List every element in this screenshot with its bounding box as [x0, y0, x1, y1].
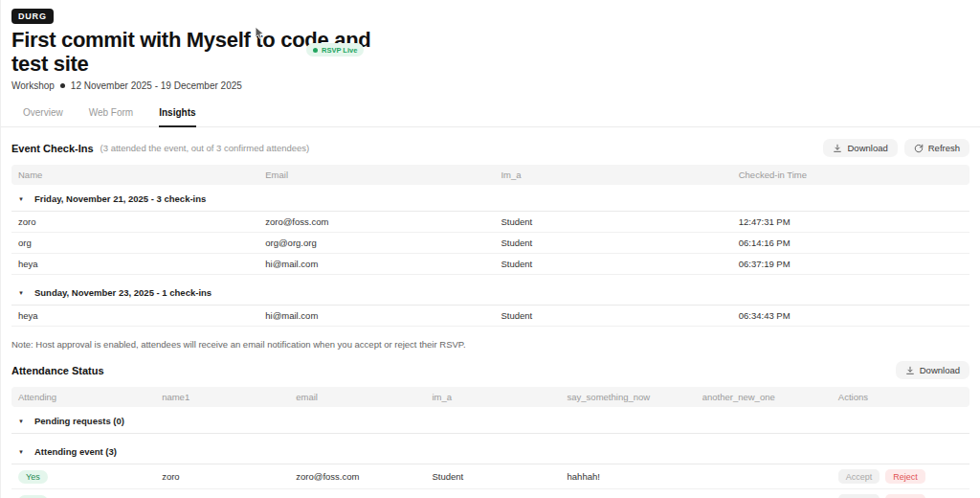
separator-dot-icon	[60, 83, 65, 88]
checkin-group: ▼Friday, November 21, 2025 - 3 check-ins…	[11, 188, 969, 275]
checkin-group: ▼Sunday, November 23, 2025 - 1 check-ins…	[11, 282, 969, 327]
event-date-range: 12 November 2025 - 19 December 2025	[71, 80, 242, 91]
email-cell: org@org.org	[258, 233, 494, 253]
checkins-refresh-button[interactable]: Refresh	[904, 139, 969, 157]
column-header-say-something-now: say_something_now	[561, 387, 696, 407]
column-header-attending: Attending	[11, 387, 155, 407]
tab-insights[interactable]: Insights	[159, 103, 195, 127]
download-icon	[833, 144, 842, 153]
attending-badge: Yes	[18, 470, 48, 484]
name-cell: org	[11, 233, 258, 253]
checkin-group-label: Sunday, November 23, 2025 - 1 check-ins	[34, 287, 212, 298]
tab-bar: Overview Web Form Insights	[1, 103, 980, 127]
name-cell: heya	[11, 306, 258, 326]
checkin-group-toggle[interactable]: ▼Sunday, November 23, 2025 - 1 check-ins	[11, 282, 969, 306]
im-a-cell: Student	[425, 466, 560, 487]
email-cell: zoro@foss.com	[258, 212, 494, 232]
accept-button[interactable]: Accept	[838, 469, 880, 484]
status-badge-label: RSVP Live	[322, 46, 357, 55]
attendance-group-label: Pending requests (0)	[34, 416, 124, 426]
checkin-row: heyahi@mail.comStudent06:37:19 PM	[11, 254, 969, 275]
email-cell: hi@mail.com	[258, 254, 494, 274]
email-cell: hi@mail.com	[258, 306, 494, 326]
checked-in-time-cell: 06:34:43 PM	[732, 306, 969, 326]
im-a-cell: Student	[425, 491, 560, 498]
event-meta: Workshop 12 November 2025 - 19 December …	[11, 80, 969, 91]
reject-button[interactable]: Reject	[885, 469, 925, 484]
download-icon	[905, 366, 915, 375]
tab-overview[interactable]: Overview	[23, 103, 63, 126]
attendance-actions: Download	[896, 361, 969, 379]
checkin-group-toggle[interactable]: ▼Friday, November 21, 2025 - 3 check-ins	[11, 188, 969, 212]
triangle-down-icon: ▼	[18, 290, 24, 296]
checkins-download-button[interactable]: Download	[823, 139, 897, 157]
accept-button[interactable]: Accept	[838, 494, 880, 498]
page: DURG First commit with Myself to code an…	[1, 0, 980, 498]
name-cell: zoro	[11, 212, 258, 232]
email-cell: zoro@foss.com	[289, 466, 425, 487]
name1-cell: heya	[155, 491, 289, 498]
reject-button[interactable]: Reject	[885, 494, 925, 498]
column-header-email: Email	[258, 165, 494, 185]
attendance-download-label: Download	[920, 365, 960, 375]
host-approval-note: Note: Host approval is enabled, attendee…	[11, 339, 969, 350]
page-title-line1: First commit with Myself to code and	[11, 28, 969, 52]
checkins-refresh-label: Refresh	[928, 143, 960, 153]
im-a-cell: Student	[494, 306, 731, 326]
name1-cell: zoro	[155, 466, 289, 487]
checkin-row: zorozoro@foss.comStudent12:47:31 PM	[11, 212, 969, 233]
checkins-subtitle: (3 attended the event, out of 3 confirme…	[100, 143, 310, 153]
attendance-section-header: Attendance Status Download	[11, 361, 969, 379]
checkins-download-label: Download	[847, 143, 887, 153]
im-a-cell: Student	[494, 233, 731, 253]
column-header-im-a: Im_a	[494, 165, 731, 185]
attendance-download-button[interactable]: Download	[896, 361, 969, 379]
attendance-group-toggle[interactable]: ▼Pending requests (0)	[11, 410, 969, 434]
checkins-section-header: Event Check-Ins (3 attended the event, o…	[11, 139, 969, 157]
triangle-down-icon: ▼	[18, 196, 24, 202]
name-cell: heya	[11, 254, 258, 274]
event-category: Workshop	[11, 80, 55, 91]
attendance-row: Yeszorozoro@foss.comStudenthahhah!Accept…	[11, 464, 969, 489]
actions-cell: AcceptReject	[832, 489, 969, 498]
column-header-im-a: im_a	[425, 387, 560, 407]
attendance-group: ▼Attending event (3)Yeszorozoro@foss.com…	[11, 441, 969, 498]
checkin-row: heyahi@mail.comStudent06:34:43 PM	[11, 306, 969, 327]
attendance-group-label: Attending event (3)	[34, 446, 117, 457]
checkin-row: orgorg@org.orgStudent06:14:16 PM	[11, 233, 969, 254]
triangle-down-icon: ▼	[18, 419, 24, 424]
email-cell: hi@mail.com	[289, 491, 425, 498]
checked-in-time-cell: 06:37:19 PM	[732, 254, 969, 274]
checked-in-time-cell: 06:14:16 PM	[732, 233, 969, 253]
refresh-icon	[914, 144, 924, 153]
column-header-another-new-one: another_new_one	[696, 387, 832, 407]
mouse-cursor-icon	[254, 26, 266, 44]
say-something-now-cell: hahhah!	[561, 466, 696, 487]
actions-cell: AcceptReject	[832, 464, 969, 488]
checkin-group-label: Friday, November 21, 2025 - 3 check-ins	[34, 193, 206, 204]
column-header-checked-in-time: Checked-in Time	[732, 165, 969, 185]
attendance-title: Attendance Status	[11, 365, 104, 376]
page-title: First commit with Myself to code and tes…	[11, 28, 969, 76]
live-dot-icon	[313, 48, 318, 53]
status-badge: RSVP Live	[306, 43, 364, 57]
checkins-actions: Download Refresh	[823, 139, 969, 157]
attending-badge: Yes	[18, 495, 48, 498]
attending-cell: Yes	[11, 465, 155, 488]
checkins-table-header: Name Email Im_a Checked-in Time	[11, 165, 969, 185]
attendance-row: Yesheyahi@mail.comStudentAcceptReject	[11, 489, 969, 498]
attendance-group: ▼Pending requests (0)	[11, 410, 969, 434]
attending-cell: Yes	[11, 490, 155, 498]
attendance-group-toggle[interactable]: ▼Attending event (3)	[11, 441, 969, 464]
attendance-table-body: ▼Pending requests (0)▼Attending event (3…	[11, 410, 969, 498]
brand-logo: DURG	[11, 9, 54, 24]
triangle-down-icon: ▼	[18, 449, 24, 455]
im-a-cell: Student	[494, 254, 731, 274]
tab-web-form[interactable]: Web Form	[89, 103, 134, 126]
im-a-cell: Student	[494, 212, 731, 232]
title-area: First commit with Myself to code and tes…	[11, 28, 969, 76]
checkins-title: Event Check-Ins	[11, 143, 94, 154]
another-new-one-cell	[696, 472, 832, 482]
column-header-name: Name	[11, 165, 258, 185]
checked-in-time-cell: 12:47:31 PM	[732, 212, 969, 232]
